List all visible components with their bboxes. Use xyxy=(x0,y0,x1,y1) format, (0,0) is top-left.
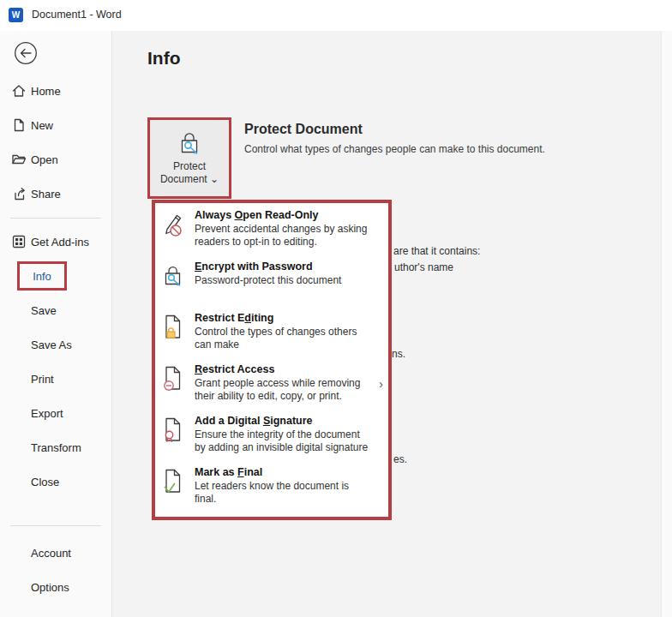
menu-item-title: Restrict Editing xyxy=(195,312,381,324)
protect-section-title: Protect Document xyxy=(244,122,363,137)
sidebar-item-label: Open xyxy=(31,153,58,166)
sidebar-item-save-as[interactable]: Save As xyxy=(0,332,112,356)
menu-item-encrypt-with-password[interactable]: Encrypt with Password Password-protect t… xyxy=(155,258,388,309)
sidebar-item-print[interactable]: Print xyxy=(0,367,112,391)
lock-key-icon xyxy=(177,130,202,158)
new-document-icon xyxy=(11,117,27,133)
open-folder-icon xyxy=(11,152,27,167)
info-page: Info are that it contains: uthor's name … xyxy=(112,31,672,617)
document-check-icon xyxy=(162,465,195,515)
menu-item-mark-as-final[interactable]: Mark as Final Let readers know the docum… xyxy=(155,464,388,515)
menu-item-description: Control the types of changes otherscan m… xyxy=(195,326,381,351)
protect-section-description: Control what types of changes people can… xyxy=(244,143,545,155)
pencil-block-icon xyxy=(162,208,195,258)
sidebar-item-label: Options xyxy=(31,581,69,594)
sidebar-item-label: Close xyxy=(31,476,59,488)
document-lock-icon xyxy=(162,311,195,361)
titlebar: W Document1 - Word xyxy=(0,0,672,31)
menu-item-description: Prevent accidental changes by askingread… xyxy=(195,223,381,249)
background-text-fragment: are that it contains: xyxy=(393,245,480,257)
sidebar-item-label: New xyxy=(31,119,53,132)
sidebar-item-home[interactable]: Home xyxy=(0,79,112,103)
sidebar-item-export[interactable]: Export xyxy=(0,401,112,425)
menu-item-description: Let readers know the document isfinal. xyxy=(195,480,381,506)
protect-document-menu: Always Open Read-Only Prevent accidental… xyxy=(155,203,388,517)
sidebar-item-save[interactable]: Save xyxy=(0,298,112,322)
share-icon xyxy=(11,186,27,201)
annotation-box-protect-menu: Always Open Read-Only Prevent accidental… xyxy=(152,200,392,520)
sidebar-item-close[interactable]: Close xyxy=(0,470,112,494)
sidebar-item-label: Export xyxy=(31,407,63,420)
sidebar-divider xyxy=(10,525,101,526)
sidebar-item-label: Account xyxy=(31,547,71,560)
sidebar-item-label: Save As xyxy=(31,338,72,351)
menu-item-always-open-read-only[interactable]: Always Open Read-Only Prevent accidental… xyxy=(155,207,388,258)
sidebar-item-label: Save xyxy=(31,304,57,317)
sidebar-item-account[interactable]: Account xyxy=(0,541,112,565)
sidebar-item-label: Print xyxy=(31,373,54,386)
menu-item-title: Encrypt with Password xyxy=(195,261,381,273)
protect-button-label-line1: Protect xyxy=(173,160,206,173)
menu-item-description: Ensure the integrity of the documentby a… xyxy=(195,428,381,454)
sidebar-item-get-add-ins[interactable]: Get Add-ins xyxy=(0,230,112,254)
document-block-icon xyxy=(162,362,195,412)
background-text-fragment: ns. xyxy=(392,348,405,360)
sidebar-divider xyxy=(10,218,101,219)
document-ribbon-icon xyxy=(162,414,195,464)
annotation-box-protect-button: Protect Document ⌄ xyxy=(147,117,231,199)
background-text-fragment: uthor's name xyxy=(394,261,453,273)
menu-item-title: Mark as Final xyxy=(195,466,381,478)
sidebar-item-options[interactable]: Options xyxy=(0,575,112,599)
scrollbar-track[interactable] xyxy=(661,31,672,617)
window-title: Document1 - Word xyxy=(32,9,122,21)
word-backstage-window: W Document1 - Word Home New O xyxy=(0,0,672,617)
sidebar-item-new[interactable]: New xyxy=(0,113,112,137)
menu-item-add-digital-signature[interactable]: Add a Digital Signature Ensure the integ… xyxy=(155,412,388,464)
background-text-fragment: es. xyxy=(393,453,407,465)
sidebar-item-label: Home xyxy=(31,85,61,98)
sidebar-item-label: Share xyxy=(31,188,61,201)
page-title: Info xyxy=(147,48,180,69)
sidebar-item-open[interactable]: Open xyxy=(0,147,112,171)
menu-item-restrict-access[interactable]: Restrict Access Grant people access whil… xyxy=(155,361,388,412)
submenu-arrow-icon: › xyxy=(379,377,383,391)
add-ins-icon xyxy=(11,234,27,249)
sidebar-item-info-active[interactable]: Info xyxy=(17,261,67,291)
sidebar-item-label: Transform xyxy=(31,441,81,454)
sidebar-item-transform[interactable]: Transform xyxy=(0,435,112,459)
home-icon xyxy=(11,83,27,99)
backstage-sidebar: Home New Open Share Get Add-ins xyxy=(0,31,112,617)
back-arrow-icon xyxy=(14,41,38,65)
menu-item-description: Grant people access while removingtheir … xyxy=(195,377,381,403)
protect-document-button[interactable]: Protect Document ⌄ xyxy=(150,120,229,196)
back-button[interactable] xyxy=(14,41,38,65)
sidebar-item-label: Get Add-ins xyxy=(31,236,89,249)
sidebar-item-label: Info xyxy=(33,270,51,283)
sidebar-item-share[interactable]: Share xyxy=(0,182,112,206)
menu-item-restrict-editing[interactable]: Restrict Editing Control the types of ch… xyxy=(155,309,388,361)
menu-item-title: Always Open Read-Only xyxy=(195,209,381,221)
word-logo-icon: W xyxy=(9,8,23,22)
menu-item-description: Password-protect this document xyxy=(195,274,381,287)
menu-item-title: Add a Digital Signature xyxy=(195,415,381,427)
lock-key-icon xyxy=(162,260,195,309)
protect-button-label-line2: Document ⌄ xyxy=(160,173,219,186)
menu-item-title: Restrict Access xyxy=(195,363,381,375)
